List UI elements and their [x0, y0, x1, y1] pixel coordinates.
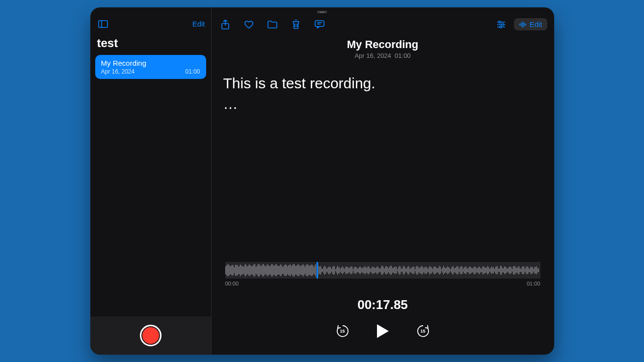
sidebar-footer [90, 316, 211, 355]
record-button[interactable] [140, 325, 161, 346]
playback-controls: 15 15 [225, 321, 540, 355]
main-panel: Edit My Recording Apr 16, 2024 01:00 Thi… [212, 7, 554, 355]
recording-item-title: My Recording [101, 59, 200, 67]
transcript-text: This is a test recording. [223, 75, 542, 92]
home-indicator[interactable] [317, 11, 327, 13]
recording-item-duration: 01:00 [185, 68, 200, 75]
waveform-area: 00:00 01:00 00:17.85 15 15 [212, 262, 554, 355]
app-window: Edit test My Recording Apr 16, 2024 01:0… [90, 7, 554, 355]
sidebar-toolbar: Edit [90, 7, 211, 34]
sidebar-toggle-icon[interactable] [96, 17, 110, 31]
playhead[interactable] [317, 262, 318, 279]
svg-point-7 [499, 21, 501, 23]
sidebar-edit-button[interactable]: Edit [192, 20, 205, 28]
skip-forward-button[interactable]: 15 [414, 322, 432, 340]
transcript-icon[interactable] [313, 18, 326, 31]
sidebar: Edit test My Recording Apr 16, 2024 01:0… [90, 7, 212, 355]
svg-point-11 [500, 26, 502, 28]
recording-item-date: Apr 16, 2024 [101, 68, 135, 75]
transcript-ellipsis: … [223, 96, 542, 112]
transcript-area[interactable]: This is a test recording. … [212, 61, 554, 126]
recording-subtitle: Apr 16, 2024 01:00 [212, 52, 554, 59]
svg-point-9 [502, 24, 504, 26]
recordings-list: My Recording Apr 16, 2024 01:00 [90, 55, 211, 79]
recording-title[interactable]: My Recording [212, 38, 554, 51]
waveform-start-label: 00:00 [225, 281, 239, 286]
edit-recording-label: Edit [530, 20, 542, 28]
svg-rect-3 [315, 21, 324, 26]
delete-icon[interactable] [289, 18, 303, 31]
favorite-icon[interactable] [242, 18, 256, 31]
recording-header: My Recording Apr 16, 2024 01:00 [212, 34, 554, 61]
share-icon[interactable] [218, 18, 232, 31]
svg-rect-0 [99, 21, 107, 27]
recording-list-item[interactable]: My Recording Apr 16, 2024 01:00 [95, 55, 206, 79]
timecode: 00:17.85 [225, 297, 540, 312]
folder-title: test [90, 34, 211, 55]
recording-duration: 01:00 [395, 52, 411, 59]
waveform-icon [519, 21, 527, 28]
edit-recording-button[interactable]: Edit [514, 18, 547, 30]
move-to-folder-icon[interactable] [266, 18, 279, 31]
main-toolbar: Edit [212, 7, 554, 34]
play-icon [376, 323, 390, 339]
waveform-end-label: 01:00 [527, 281, 540, 286]
skip-back-button[interactable]: 15 [334, 322, 351, 340]
waveform[interactable] [225, 262, 540, 279]
recording-date: Apr 16, 2024 [354, 52, 391, 59]
play-button[interactable] [373, 321, 393, 341]
options-icon[interactable] [494, 18, 508, 31]
waveform-labels: 00:00 01:00 [225, 281, 540, 286]
